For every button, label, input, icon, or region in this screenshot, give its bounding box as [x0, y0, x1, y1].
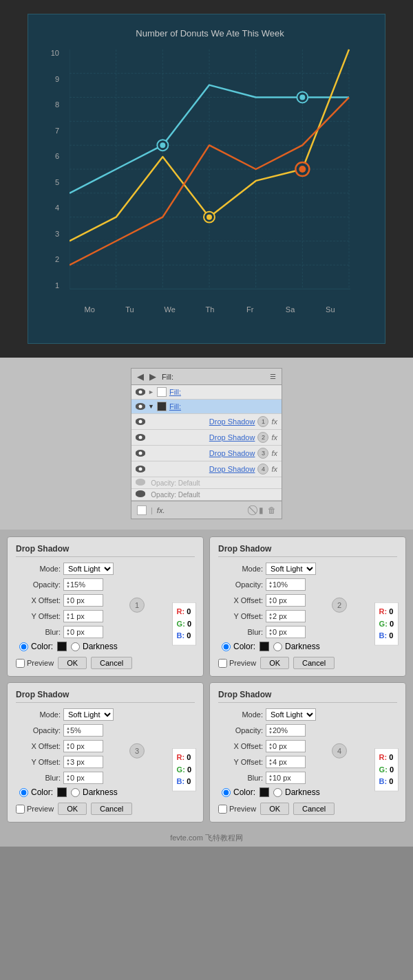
y-label: 7	[39, 127, 59, 135]
b-value-3: 0	[187, 777, 191, 785]
ok-button-4[interactable]: OK	[260, 803, 289, 815]
panel-menu-icon[interactable]: ☰	[270, 373, 276, 380]
color-radio-1[interactable]: Color:	[19, 642, 53, 651]
preview-checkbox-4[interactable]: Preview	[218, 805, 256, 814]
yoffset-label-2: Y Offset:	[218, 612, 263, 620]
opacity-row-d1: Opacity: ▲ ▼	[16, 578, 195, 591]
preview-check-input-4[interactable]	[218, 805, 227, 814]
visibility-icon[interactable]	[136, 434, 145, 441]
layer-row-ds3[interactable]: Drop Shadow 3 fx	[131, 446, 282, 461]
darkness-radio-2[interactable]: Darkness	[273, 642, 320, 651]
opacity-input-3[interactable]	[70, 726, 101, 734]
dialog-number-badge-3: 3	[129, 743, 145, 759]
darkness-radio-1[interactable]: Darkness	[71, 642, 118, 651]
xoffset-input-group-2: ▲ ▼	[266, 594, 306, 607]
blur-input-4[interactable]	[273, 774, 304, 782]
xoffset-label-2: X Offset:	[218, 596, 263, 605]
preview-checkbox-1[interactable]: Preview	[16, 659, 54, 668]
header-fill-label: Fill:	[162, 373, 173, 381]
color-radio-btn-4[interactable]	[222, 788, 231, 797]
cancel-button-4[interactable]: Cancel	[293, 803, 335, 815]
darkness-radio-btn-1[interactable]	[71, 642, 80, 651]
visibility-icon[interactable]	[136, 403, 145, 410]
xoffset-row-2: X Offset: ▲ ▼	[218, 594, 397, 607]
blur-input-1[interactable]	[70, 628, 101, 636]
visibility-icon[interactable]	[136, 466, 145, 472]
color-radio-btn-3[interactable]	[19, 788, 28, 797]
blur-input-2[interactable]	[273, 628, 304, 636]
color-radio-btn-2[interactable]	[222, 642, 231, 651]
preview-check-input-2[interactable]	[218, 659, 227, 668]
preview-label-4: Preview	[229, 805, 256, 813]
ok-button-1[interactable]: OK	[58, 657, 87, 669]
r-label-2: R:	[379, 607, 390, 616]
opacity-input-4[interactable]	[273, 726, 304, 734]
darkness-radio-btn-4[interactable]	[273, 788, 282, 797]
cancel-button-3[interactable]: Cancel	[91, 803, 132, 815]
mode-select-2[interactable]: Soft Light	[266, 563, 316, 575]
preview-check-input-1[interactable]	[16, 659, 25, 668]
b-label-2: B:	[379, 631, 390, 640]
xoffset-input-2[interactable]	[273, 596, 304, 605]
mode-select-1[interactable]: Soft Light	[63, 563, 114, 575]
color-swatch-4[interactable]	[260, 787, 269, 797]
ok-button-2[interactable]: OK	[260, 657, 289, 669]
layer-row-ds4[interactable]: Drop Shadow 4 fx	[131, 461, 282, 477]
y-label: 3	[39, 230, 59, 238]
preview-check-input-3[interactable]	[16, 805, 25, 814]
delete-icon[interactable]: 🗑	[268, 505, 276, 515]
forward-icon[interactable]: ▶	[149, 371, 156, 382]
drop-shadow-label-2: Drop Shadow	[148, 433, 255, 442]
visibility-icon[interactable]	[136, 450, 145, 457]
yoffset-input-1[interactable]	[70, 612, 101, 620]
blur-label-2: Blur:	[218, 628, 263, 636]
layer-row-ds2[interactable]: Drop Shadow 2 fx	[131, 430, 282, 446]
visibility-icon[interactable]	[136, 389, 145, 395]
layer-row-fill-dark[interactable]: ▼ Fill:	[131, 400, 282, 414]
darkness-label-3: Darkness	[83, 787, 118, 797]
r-label-4: R:	[379, 753, 390, 761]
color-radio-2[interactable]: Color:	[222, 642, 255, 651]
mode-select-3[interactable]: Soft Light	[63, 708, 114, 721]
layer-row-fill-empty[interactable]: ► Fill:	[131, 385, 282, 400]
darkness-radio-btn-3[interactable]	[71, 788, 80, 797]
xoffset-input-1[interactable]	[70, 596, 101, 605]
mode-select-4[interactable]: Soft Light	[266, 708, 316, 721]
r-value-3: 0	[187, 753, 191, 761]
g-value-3: 0	[187, 765, 191, 773]
yoffset-row-3: Y Offset: ▲ ▼	[16, 756, 195, 768]
yoffset-label-4: Y Offset:	[218, 758, 263, 766]
color-radio-btn-1[interactable]	[19, 642, 28, 651]
visibility-icon[interactable]	[136, 418, 145, 425]
xoffset-input-3[interactable]	[70, 742, 101, 750]
yoffset-input-2[interactable]	[273, 612, 304, 620]
darkness-radio-btn-2[interactable]	[273, 642, 282, 651]
color-radio-3[interactable]: Color:	[19, 787, 53, 797]
yoffset-input-4[interactable]	[273, 758, 304, 766]
ok-button-3[interactable]: OK	[58, 803, 87, 815]
color-row-4: Color: Darkness	[222, 787, 397, 797]
x-label: Mo	[70, 305, 109, 314]
xoffset-input-4[interactable]	[273, 742, 304, 750]
cancel-button-2[interactable]: Cancel	[293, 657, 335, 669]
color-radio-4[interactable]: Color:	[222, 787, 255, 797]
b-value-4: 0	[389, 777, 393, 785]
cancel-button-1[interactable]: Cancel	[91, 657, 132, 669]
preview-checkbox-2[interactable]: Preview	[218, 659, 256, 668]
preview-checkbox-3[interactable]: Preview	[16, 805, 54, 814]
opacity-input-2[interactable]	[273, 580, 304, 589]
color-swatch-3[interactable]	[57, 787, 67, 797]
color-swatch-1[interactable]	[57, 642, 67, 651]
yoffset-input-3[interactable]	[70, 758, 101, 766]
fill-label: Fill:	[169, 388, 277, 396]
dialog-buttons-3: Preview OK Cancel	[16, 803, 195, 815]
copy-icon[interactable]: ▮	[259, 505, 264, 515]
color-swatch-2[interactable]	[260, 642, 269, 651]
opacity-input-1[interactable]	[70, 580, 101, 589]
darkness-label-2: Darkness	[285, 642, 320, 651]
layer-row-ds1[interactable]: Drop Shadow 1 fx	[131, 414, 282, 430]
blur-input-3[interactable]	[70, 774, 101, 782]
darkness-radio-4[interactable]: Darkness	[273, 787, 320, 797]
back-icon[interactable]: ◀	[137, 371, 144, 382]
darkness-radio-3[interactable]: Darkness	[71, 787, 118, 797]
